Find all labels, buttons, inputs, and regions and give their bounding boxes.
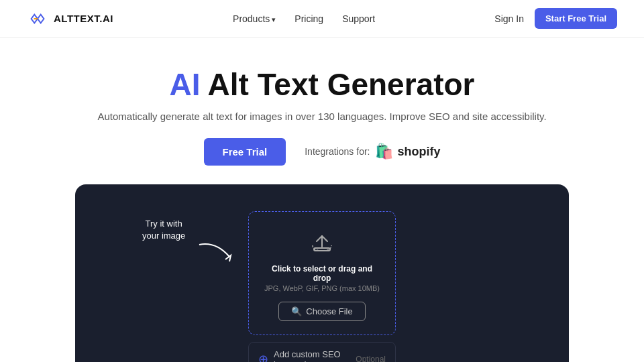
optional-label: Optional <box>356 355 386 362</box>
file-types-label: JPG, WebP, GIF, PNG (max 10MB) <box>262 284 382 292</box>
logo[interactable]: ALTTEXT.AI <box>27 11 113 26</box>
nav-center: Products Pricing Support <box>233 13 375 24</box>
shopify-badge: 🛍️ shopify <box>375 143 440 160</box>
hero-subtitle: Automatically generate alt text for imag… <box>27 111 617 122</box>
seo-plus-icon: ⊕ <box>258 352 268 362</box>
shopify-label: shopify <box>397 145 440 159</box>
shopify-icon: 🛍️ <box>375 143 393 160</box>
try-it-label: Try it with your image <box>142 218 185 242</box>
demo-section: Try it with your image Click to select o… <box>75 184 569 362</box>
hero-section: AI Alt Text Generator Automatically gene… <box>0 38 644 184</box>
start-trial-button[interactable]: Start Free Trial <box>535 8 617 29</box>
demo-area: Click to select or drag and drop JPG, We… <box>248 211 396 362</box>
search-icon: 🔍 <box>291 306 302 316</box>
logo-icon <box>27 11 48 26</box>
seo-label: Add custom SEO keywords <box>274 349 356 362</box>
nav-support[interactable]: Support <box>342 13 375 24</box>
free-trial-button[interactable]: Free Trial <box>204 138 286 166</box>
nav-products[interactable]: Products <box>233 13 276 24</box>
arrow-icon <box>196 238 236 265</box>
hero-title-ai: AI <box>170 67 201 102</box>
upload-click-text: Click to select or drag and drop <box>262 264 382 283</box>
seo-left: ⊕ Add custom SEO keywords <box>258 349 356 362</box>
hero-title-rest: Alt Text Generator <box>201 67 475 102</box>
nav-right: Sign In Start Free Trial <box>494 8 617 29</box>
upload-icon <box>262 231 382 257</box>
navbar: ALTTEXT.AI Products Pricing Support Sign… <box>0 0 644 38</box>
integrations-badge: Integrations for: 🛍️ shopify <box>305 143 440 160</box>
integrations-label: Integrations for: <box>305 146 370 157</box>
upload-card[interactable]: Click to select or drag and drop JPG, We… <box>248 211 396 335</box>
choose-file-button[interactable]: 🔍 Choose File <box>278 302 365 321</box>
hero-title: AI Alt Text Generator <box>27 67 617 103</box>
logo-text: ALTTEXT.AI <box>54 13 113 24</box>
seo-keywords-row[interactable]: ⊕ Add custom SEO keywords Optional <box>248 342 396 362</box>
hero-actions: Free Trial Integrations for: 🛍️ shopify <box>27 138 617 166</box>
click-select: Click to select <box>272 264 326 274</box>
nav-pricing[interactable]: Pricing <box>294 13 323 24</box>
sign-in-link[interactable]: Sign In <box>494 13 524 24</box>
